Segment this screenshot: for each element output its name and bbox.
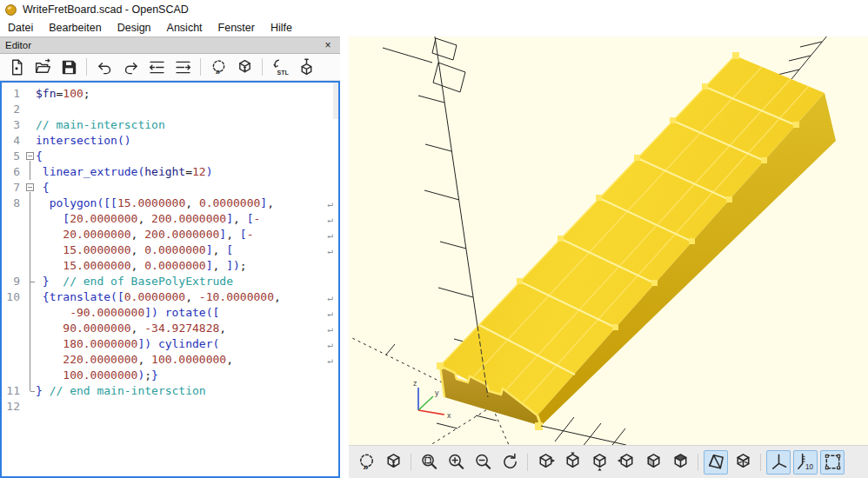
code-row: 15.0000000, 0.0000000], [↵: [2, 242, 338, 258]
view-front-button[interactable]: [641, 450, 665, 475]
code-editor[interactable]: 1$fn=100;23// main-intersction4intersect…: [0, 81, 340, 478]
show-edges-button[interactable]: [820, 450, 845, 475]
print-3d-icon: [297, 58, 316, 76]
code-row: 5{: [2, 149, 338, 164]
line-wrap-icon: ↵: [327, 196, 333, 212]
fold-margin: [24, 383, 36, 399]
view-top-icon: [563, 452, 583, 472]
line-wrap-icon: ↵: [327, 322, 333, 337]
line-number: 6: [2, 164, 24, 180]
fold-marker[interactable]: [24, 180, 36, 196]
show-scale-markers-icon: 10: [796, 452, 816, 472]
export-stl-button[interactable]: STL: [269, 56, 291, 78]
view-bottom-button[interactable]: [587, 450, 611, 475]
reset-view-button[interactable]: [497, 450, 522, 475]
menu-fenster[interactable]: Fenster: [210, 20, 263, 36]
fold-margin: [24, 274, 36, 289]
redo-icon: [122, 58, 140, 76]
editor-dock-titlebar: Editor ×: [0, 37, 340, 54]
line-number: 7: [2, 180, 24, 196]
zoom-in-button[interactable]: [444, 450, 468, 475]
undo-button[interactable]: [93, 56, 116, 78]
redo-button[interactable]: [119, 56, 142, 78]
fold-margin: [24, 211, 36, 227]
zoom-all-button[interactable]: [417, 450, 441, 475]
3d-scene[interactable]: z y x: [349, 37, 868, 445]
view-left-button[interactable]: [614, 450, 638, 475]
line-number: [2, 336, 24, 352]
new-file-icon: [8, 58, 26, 76]
print-3d-button[interactable]: [295, 56, 317, 78]
preview-button[interactable]: »: [207, 56, 230, 78]
line-number: 12: [2, 399, 24, 415]
unindent-button[interactable]: [145, 56, 168, 78]
editor-toolbar: »STL: [0, 54, 340, 81]
code-row: 6 linear_extrude(height=12): [2, 164, 338, 180]
3d-viewport[interactable]: z y x »10: [349, 37, 868, 478]
fold-margin: [24, 399, 36, 415]
fold-margin: [24, 86, 36, 102]
export-stl-icon: STL: [271, 58, 290, 76]
toolbar-separator: [411, 454, 411, 471]
show-axes-button[interactable]: [766, 450, 791, 475]
new-file-button[interactable]: [5, 56, 28, 78]
code-row: 10 {translate([0.0000000, -10.0000000,↵: [2, 289, 338, 305]
svg-text:10: 10: [805, 463, 814, 471]
axis-scale-label: [432, 38, 465, 92]
view-right-icon: [536, 452, 556, 472]
code-row: 3// main-intersction: [2, 117, 338, 133]
fold-margin: [24, 305, 36, 321]
fold-margin: [24, 196, 36, 211]
render-button[interactable]: [233, 56, 256, 78]
preview-icon: »: [357, 452, 377, 472]
svg-text:»: »: [363, 461, 368, 472]
save-file-button[interactable]: [57, 56, 80, 78]
indent-icon: [174, 58, 192, 76]
show-axes-icon: [769, 452, 789, 472]
fretboard-object: [437, 52, 836, 430]
close-icon[interactable]: ×: [321, 39, 335, 51]
code-row: 9 } // end of BasePolyExtrude: [2, 274, 338, 289]
fold-margin: [24, 352, 36, 368]
line-number: [2, 227, 24, 242]
fold-margin: [24, 164, 36, 180]
fold-margin: [24, 289, 36, 305]
perspective-button[interactable]: [704, 450, 728, 475]
fold-marker[interactable]: [24, 149, 36, 164]
menu-hilfe[interactable]: Hilfe: [263, 20, 300, 36]
open-file-button[interactable]: [31, 56, 54, 78]
line-wrap-icon: ↵: [327, 353, 333, 368]
code-row: 100.0000000);}: [2, 368, 338, 383]
orthogonal-button[interactable]: [731, 450, 755, 475]
code-row: 7 {: [2, 180, 338, 196]
zoom-out-button[interactable]: [471, 450, 495, 475]
gizmo-y-label: y: [435, 388, 439, 397]
view-back-button[interactable]: [668, 450, 692, 475]
render-button[interactable]: [381, 450, 405, 475]
view-right-button[interactable]: [533, 450, 558, 475]
menu-design[interactable]: Design: [110, 20, 159, 36]
code-row: [20.0000000, 200.0000000], [-↵: [2, 211, 338, 227]
viewport-toolbar: »10: [349, 445, 868, 478]
view-top-button[interactable]: [560, 450, 584, 475]
show-scale-markers-button[interactable]: 10: [793, 450, 818, 475]
indent-button[interactable]: [171, 56, 194, 78]
fold-margin: [24, 368, 36, 383]
editor-scrollbar[interactable]: [333, 83, 338, 119]
line-number: [2, 368, 24, 383]
menu-datei[interactable]: Datei: [0, 20, 41, 36]
toolbar-separator: [698, 454, 698, 471]
line-wrap-icon: ↵: [327, 290, 333, 306]
view-back-icon: [671, 452, 691, 472]
menu-ansicht[interactable]: Ansicht: [159, 20, 210, 36]
menu-bearbeiten[interactable]: Bearbeiten: [41, 20, 109, 36]
unindent-icon: [148, 58, 166, 76]
code-row: 220.0000000, 100.0000000,↵: [2, 352, 338, 368]
line-wrap-icon: ↵: [327, 212, 333, 228]
panel-splitter[interactable]: [340, 37, 349, 478]
openscad-window: WriteFretBoard.scad - OpenSCAD DateiBear…: [0, 0, 868, 478]
title-bar: WriteFretBoard.scad - OpenSCAD: [0, 0, 868, 19]
line-number: 8: [2, 196, 24, 211]
preview-button[interactable]: »: [354, 450, 378, 475]
code-row: 12: [2, 399, 338, 415]
